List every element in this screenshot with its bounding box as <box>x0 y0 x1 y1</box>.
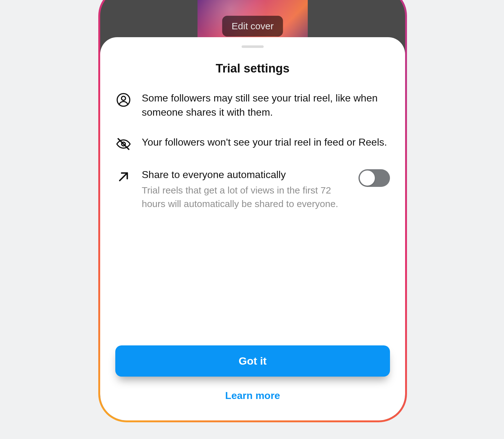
sheet-actions: Got it Learn more <box>115 345 390 401</box>
info-text: Your followers won't see your trial reel… <box>142 135 390 149</box>
info-row-hidden-from-feed: Your followers won't see your trial reel… <box>115 135 390 152</box>
info-row-text: Some followers may still see your trial … <box>142 91 390 119</box>
setting-heading: Share to everyone automatically <box>142 168 345 182</box>
person-circle-icon <box>115 92 132 108</box>
toggle-container <box>358 168 390 187</box>
learn-more-label: Learn more <box>225 390 280 401</box>
eye-off-icon <box>115 136 132 152</box>
got-it-label: Got it <box>239 355 267 367</box>
info-row-text: Your followers won't see your trial reel… <box>142 135 390 149</box>
toggle-knob <box>360 170 375 186</box>
setting-row-text: Share to everyone automatically Trial re… <box>142 168 345 211</box>
setting-subtext: Trial reels that get a lot of views in t… <box>142 183 345 211</box>
got-it-button[interactable]: Got it <box>115 345 390 377</box>
setting-row-auto-share: Share to everyone automatically Trial re… <box>115 168 390 211</box>
sheet-grabber[interactable] <box>242 45 264 48</box>
phone-screen: Edit cover Trial settings <box>100 0 405 420</box>
info-row-followers-may-see: Some followers may still see your trial … <box>115 91 390 119</box>
edit-cover-button[interactable]: Edit cover <box>222 16 283 37</box>
learn-more-link[interactable]: Learn more <box>115 390 390 401</box>
arrow-up-right-icon <box>115 169 132 185</box>
app-canvas: Edit cover Trial settings <box>0 0 504 439</box>
info-text: Some followers may still see your trial … <box>142 91 390 119</box>
phone-frame: Edit cover Trial settings <box>98 0 407 422</box>
svg-point-1 <box>122 96 126 101</box>
sheet-title: Trial settings <box>115 62 390 75</box>
bottom-sheet: Trial settings Some followers may still … <box>100 37 405 420</box>
edit-cover-label: Edit cover <box>232 21 273 31</box>
auto-share-toggle[interactable] <box>358 169 390 187</box>
